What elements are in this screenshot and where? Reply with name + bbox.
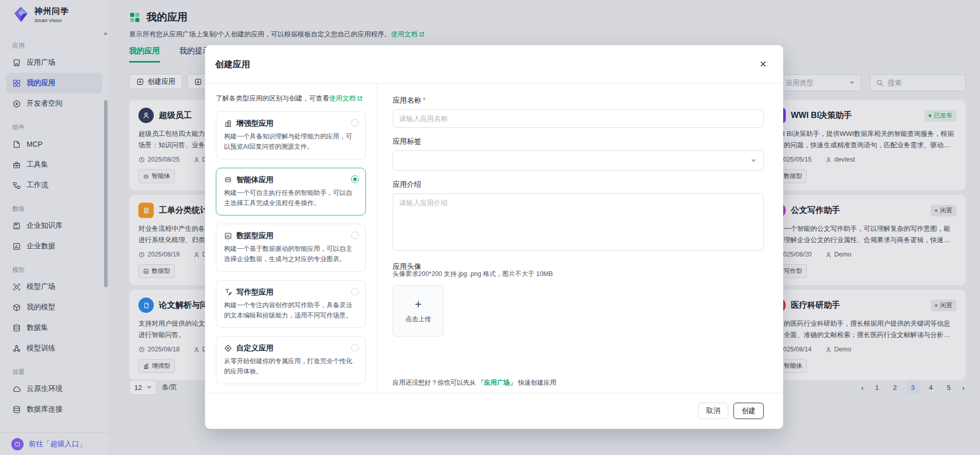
marketplace-hint: 应用还没想好？你也可以先从 「应用广场」 快速创建应用 — [393, 379, 556, 387]
chevron-down-icon — [751, 160, 756, 162]
type-card-custom[interactable]: 自定义应用 从零开始创建你的专属应用，打造完全个性化的应用体验。 — [216, 336, 366, 384]
radio-unchecked-icon[interactable] — [351, 231, 359, 239]
modal-title: 创建应用 — [215, 58, 250, 70]
required-asterisk: * — [423, 96, 425, 104]
create-app-modal: 创建应用 ✕ 了解各类型应用的区别与创建，可查看使用文档 增强型应用 构建一个具… — [205, 45, 783, 429]
external-link-icon — [357, 95, 363, 102]
create-button[interactable]: 创建 — [733, 403, 764, 419]
type-name: 智能体应用 — [236, 175, 274, 185]
create-app-form: 应用名称* 应用标签 应用介绍 应用头像 头像要求200*200 支持.jpg … — [377, 84, 783, 393]
modal-footer: 取消 创建 — [205, 393, 783, 428]
robot-icon — [224, 175, 232, 184]
type-desc: 构建一个专注内容创作的写作助手，具备灵活的文本编辑和排版能力，适用不同写作场景。 — [224, 300, 358, 321]
radio-unchecked-icon[interactable] — [351, 344, 359, 351]
type-desc: 构建一个具备知识理解与处理能力的应用，可以预览AI回复问答的溯源文件。 — [224, 131, 358, 152]
app-type-list: 了解各类型应用的区别与创建，可查看使用文档 增强型应用 构建一个具备知识理解与处… — [205, 84, 377, 393]
type-card-agent[interactable]: 智能体应用 构建一个可自主执行任务的智能助手，可以自主选择工具完成全流程任务操作… — [216, 168, 366, 216]
app-name-label: 应用名称* — [393, 96, 764, 105]
close-icon[interactable]: ✕ — [760, 60, 767, 69]
avatar-requirements: 头像要求200*200 支持.jpg .png 格式，图片不大于 10MB — [393, 270, 764, 279]
app-tag-select[interactable] — [393, 150, 764, 171]
type-card-enhanced[interactable]: 增强型应用 构建一个具备知识理解与处理能力的应用，可以预览AI回复问答的溯源文件… — [216, 111, 366, 160]
custom-app-icon — [224, 344, 232, 352]
writing-icon — [224, 288, 232, 296]
marketplace-link[interactable]: 「应用广场」 — [478, 379, 516, 386]
app-intro-label: 应用介绍 — [393, 180, 764, 189]
cancel-button[interactable]: 取消 — [698, 403, 728, 419]
radio-unchecked-icon[interactable] — [351, 288, 359, 295]
type-desc: 构建一个可自主执行任务的智能助手，可以自主选择工具完成全流程任务操作。 — [224, 188, 358, 209]
type-card-writing[interactable]: 写作型应用 构建一个专注内容创作的写作助手，具备灵活的文本编辑和排版能力，适用不… — [216, 280, 366, 328]
type-desc: 构建一个基于数据驱动的智能应用，可以自主选择企业数据，生成与之对应的专业图表。 — [224, 244, 358, 265]
avatar-upload-box[interactable]: + 点击上传 — [393, 285, 444, 337]
type-intro: 了解各类型应用的区别与创建，可查看使用文档 — [216, 94, 366, 103]
app-intro-textarea[interactable] — [393, 193, 764, 251]
type-card-data[interactable]: 数据型应用 构建一个基于数据驱动的智能应用，可以自主选择企业数据，生成与之对应的… — [216, 224, 366, 272]
building-icon — [224, 120, 232, 128]
radio-checked-icon[interactable] — [351, 175, 359, 183]
bar-chart-icon — [224, 232, 232, 240]
type-desc: 从零开始创建你的专属应用，打造完全个性化的应用体验。 — [224, 356, 358, 377]
type-doc-link[interactable]: 使用文档 — [329, 94, 363, 102]
type-name: 自定义应用 — [236, 343, 274, 353]
app-name-input[interactable] — [393, 109, 764, 128]
plus-icon: + — [415, 299, 421, 310]
type-name: 写作型应用 — [236, 287, 274, 297]
app-tag-label: 应用标签 — [393, 137, 764, 146]
upload-label: 点击上传 — [405, 315, 431, 324]
radio-unchecked-icon[interactable] — [351, 119, 359, 127]
type-name: 数据型应用 — [236, 231, 274, 241]
type-name: 增强型应用 — [236, 118, 274, 128]
